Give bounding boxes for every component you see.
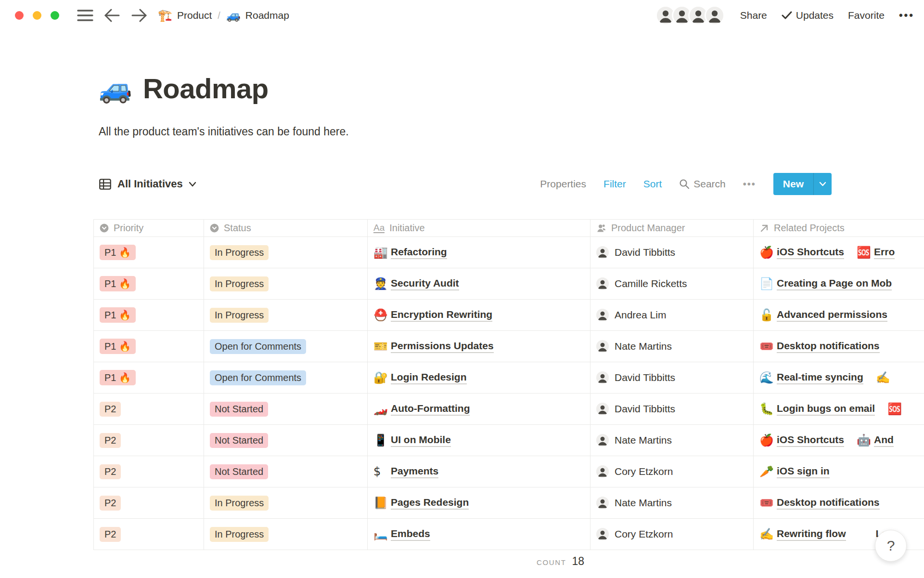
status-cell[interactable]: Open for Comments	[204, 331, 368, 362]
pm-cell[interactable]: Nate Martins	[590, 331, 754, 362]
initiative-link[interactable]: Payments	[391, 465, 438, 478]
pm-cell[interactable]: Cory Etzkorn	[590, 519, 754, 550]
priority-cell[interactable]: P2	[93, 519, 204, 550]
zoom-window-button[interactable]	[51, 11, 59, 20]
initiative-link[interactable]: Embeds	[391, 528, 430, 541]
initiative-cell[interactable]: 🛏️Embeds	[368, 519, 590, 550]
status-cell[interactable]: In Progress	[204, 237, 368, 268]
initiative-link[interactable]: Encryption Rewriting	[391, 309, 492, 322]
related-cell[interactable]: 📄Creating a Page on Mob	[754, 268, 924, 300]
more-options-button[interactable]: •••	[899, 9, 914, 22]
status-cell[interactable]: Open for Comments	[204, 362, 368, 394]
initiative-link[interactable]: Pages Redesign	[391, 497, 469, 510]
new-button-label[interactable]: New	[773, 173, 813, 195]
related-cell[interactable]: 🥕iOS sign in	[754, 456, 924, 487]
search-button[interactable]: Search	[679, 178, 726, 190]
column-header-product-manager[interactable]: Product Manager	[590, 220, 754, 237]
related-project-link[interactable]: Advanced permissions	[777, 309, 887, 322]
back-arrow-button[interactable]	[104, 9, 120, 22]
initiative-link[interactable]: UI on Mobile	[391, 434, 451, 447]
priority-cell[interactable]: P1 🔥	[93, 300, 204, 331]
initiative-link[interactable]: Refactoring	[391, 246, 447, 259]
new-dropdown-button[interactable]	[813, 173, 832, 195]
initiative-cell[interactable]: 📙Pages Redesign	[368, 487, 590, 519]
initiative-link[interactable]: Login Redesign	[391, 371, 467, 384]
related-cell[interactable]: 🐛Login bugs on email🆘	[754, 394, 924, 425]
status-cell[interactable]: Not Started	[204, 394, 368, 425]
initiative-link[interactable]: Security Audit	[391, 277, 459, 290]
table-count[interactable]: COUNT 18	[478, 555, 584, 568]
related-project-link[interactable]: Desktop notifications	[777, 340, 880, 353]
pm-cell[interactable]: Camille Ricketts	[590, 268, 754, 300]
initiative-cell[interactable]: 🔐Login Redesign	[368, 362, 590, 394]
related-cell[interactable]: 🎟️Desktop notifications	[754, 487, 924, 519]
pm-cell[interactable]: David Tibbitts	[590, 394, 754, 425]
related-project-link[interactable]: Login bugs on email	[777, 403, 875, 416]
column-header-status[interactable]: Status	[204, 220, 368, 237]
status-cell[interactable]: In Progress	[204, 487, 368, 519]
column-header-initiative[interactable]: Aa Initiative	[368, 220, 590, 237]
column-header-priority[interactable]: Priority	[93, 220, 204, 237]
close-window-button[interactable]	[15, 11, 24, 20]
related-cell[interactable]: 🌊Real-time syncing✍️	[754, 362, 924, 394]
related-project-link[interactable]: And	[874, 434, 894, 447]
initiative-cell[interactable]: 👮Security Audit	[368, 268, 590, 300]
filter-button[interactable]: Filter	[603, 178, 626, 190]
priority-cell[interactable]: P2	[93, 394, 204, 425]
minimize-window-button[interactable]	[33, 11, 41, 20]
sort-button[interactable]: Sort	[643, 178, 662, 190]
new-button[interactable]: New	[773, 173, 832, 195]
priority-cell[interactable]: P2	[93, 425, 204, 456]
sidebar-menu-icon[interactable]	[77, 9, 93, 22]
initiative-cell[interactable]: 🏭Refactoring	[368, 237, 590, 268]
pm-cell[interactable]: David Tibbitts	[590, 362, 754, 394]
related-project-link[interactable]: iOS Shortcuts	[777, 434, 844, 447]
related-cell[interactable]: 🍎iOS Shortcuts🆘Erro	[754, 237, 924, 268]
status-cell[interactable]: Not Started	[204, 456, 368, 487]
view-switcher[interactable]: All Initiatives	[99, 178, 196, 191]
priority-cell[interactable]: P2	[93, 456, 204, 487]
forward-arrow-button[interactable]	[131, 9, 147, 22]
status-cell[interactable]: In Progress	[204, 268, 368, 300]
initiative-cell[interactable]: ⛑️Encryption Rewriting	[368, 300, 590, 331]
pm-cell[interactable]: Nate Martins	[590, 425, 754, 456]
column-header-related-projects[interactable]: Related Projects	[754, 220, 924, 237]
initiative-link[interactable]: Auto-Formatting	[391, 403, 470, 416]
pm-cell[interactable]: Andrea Lim	[590, 300, 754, 331]
priority-cell[interactable]: P1 🔥	[93, 237, 204, 268]
help-button[interactable]: ?	[875, 530, 907, 562]
initiative-cell[interactable]: $Payments	[368, 456, 590, 487]
related-project-link[interactable]: Creating a Page on Mob	[777, 277, 892, 290]
breadcrumb-item-product[interactable]: 🏗️ Product	[158, 9, 212, 22]
view-more-button[interactable]: •••	[743, 179, 756, 190]
updates-button[interactable]: Updates	[782, 10, 834, 21]
share-button[interactable]: Share	[740, 10, 767, 21]
car-page-icon[interactable]: 🚙	[99, 73, 132, 105]
priority-cell[interactable]: P2	[93, 487, 204, 519]
related-project-link[interactable]: Desktop notifications	[777, 497, 880, 510]
pm-cell[interactable]: David Tibbitts	[590, 237, 754, 268]
breadcrumb-item-roadmap[interactable]: 🚙 Roadmap	[226, 9, 289, 22]
related-project-link[interactable]: Rewriting flow	[777, 528, 846, 541]
related-cell[interactable]: 🎟️Desktop notifications	[754, 331, 924, 362]
properties-button[interactable]: Properties	[540, 178, 586, 190]
status-cell[interactable]: In Progress	[204, 300, 368, 331]
related-cell[interactable]: 🍎iOS Shortcuts🤖And	[754, 425, 924, 456]
pm-cell[interactable]: Nate Martins	[590, 487, 754, 519]
related-project-link[interactable]: Erro	[874, 246, 895, 259]
status-cell[interactable]: In Progress	[204, 519, 368, 550]
initiative-cell[interactable]: 🏎️Auto-Formatting	[368, 394, 590, 425]
collaborator-avatar[interactable]	[705, 5, 725, 26]
status-cell[interactable]: Not Started	[204, 425, 368, 456]
related-project-link[interactable]: iOS Shortcuts	[777, 246, 844, 259]
initiative-link[interactable]: Permissions Updates	[391, 340, 494, 353]
related-project-link[interactable]: iOS sign in	[777, 465, 830, 478]
initiative-cell[interactable]: 🎫Permissions Updates	[368, 331, 590, 362]
pm-cell[interactable]: Cory Etzkorn	[590, 456, 754, 487]
favorite-button[interactable]: Favorite	[848, 10, 885, 21]
priority-cell[interactable]: P1 🔥	[93, 362, 204, 394]
related-cell[interactable]: 🔓Advanced permissions	[754, 300, 924, 331]
initiative-cell[interactable]: 📱UI on Mobile	[368, 425, 590, 456]
priority-cell[interactable]: P1 🔥	[93, 331, 204, 362]
priority-cell[interactable]: P1 🔥	[93, 268, 204, 300]
